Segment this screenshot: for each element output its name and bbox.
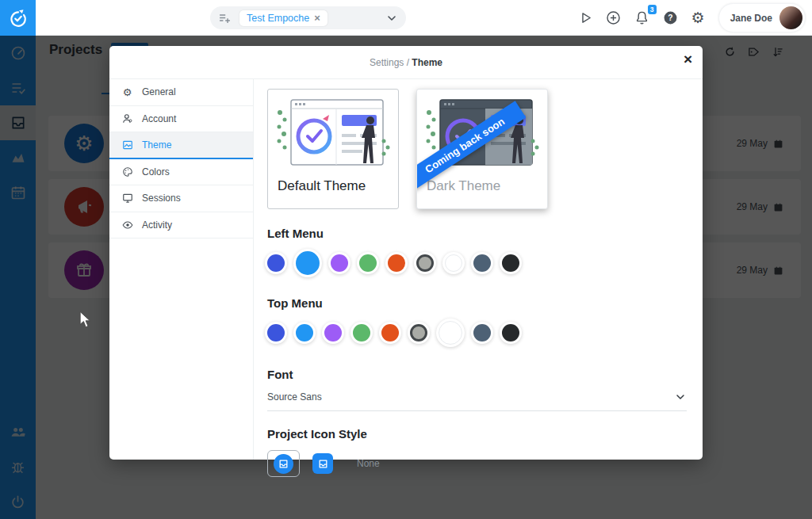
stopwatch-logo-icon bbox=[8, 8, 29, 29]
tray-icon bbox=[318, 459, 328, 469]
nav-item-general[interactable]: ⚙ General bbox=[109, 79, 253, 106]
color-swatch-selected[interactable] bbox=[439, 321, 462, 345]
font-heading: Font bbox=[267, 368, 687, 381]
default-theme-illustration bbox=[268, 90, 398, 172]
chip-close-icon[interactable]: × bbox=[314, 13, 320, 23]
notifications-button[interactable]: 3 bbox=[634, 10, 649, 25]
chevron-down-icon bbox=[674, 391, 687, 403]
nav-item-account[interactable]: Account bbox=[109, 106, 253, 133]
help-button[interactable]: ? bbox=[663, 10, 678, 25]
color-swatch[interactable] bbox=[353, 324, 370, 342]
color-swatch[interactable] bbox=[502, 324, 519, 342]
left-menu-heading: Left Menu bbox=[267, 227, 687, 240]
topbar-actions: 3 ? ⚙ Jane Doe bbox=[579, 0, 806, 36]
monitor-icon bbox=[121, 193, 133, 204]
font-select[interactable]: Source Sans bbox=[267, 391, 687, 411]
color-swatch[interactable] bbox=[381, 324, 399, 342]
top-menu-swatches bbox=[267, 320, 687, 345]
svg-text:?: ? bbox=[668, 13, 672, 22]
color-swatch-selected[interactable] bbox=[296, 251, 320, 275]
workspace-chip[interactable]: Test Empoche × bbox=[239, 10, 327, 26]
color-swatch[interactable] bbox=[267, 254, 285, 272]
user-name: Jane Doe bbox=[730, 13, 772, 24]
add-to-list-icon bbox=[218, 11, 232, 25]
color-swatch[interactable] bbox=[416, 254, 434, 272]
chevron-down-icon[interactable] bbox=[385, 12, 398, 25]
color-swatch[interactable] bbox=[324, 324, 342, 342]
palette-icon bbox=[121, 166, 133, 177]
breadcrumb: Settings / Theme bbox=[370, 57, 442, 68]
color-swatch[interactable] bbox=[473, 324, 491, 342]
color-swatch[interactable] bbox=[267, 324, 285, 342]
icon-style-square-option[interactable] bbox=[312, 453, 333, 474]
theme-card-dark[interactable]: Coming back soon Dark Theme bbox=[416, 89, 548, 209]
theme-settings-content: Default Theme bbox=[254, 79, 703, 460]
nav-item-activity[interactable]: Activity bbox=[109, 212, 253, 239]
top-menu-heading: Top Menu bbox=[267, 296, 687, 310]
color-swatch[interactable] bbox=[388, 254, 405, 272]
workspace-chip-label: Test Empoche bbox=[247, 13, 309, 24]
avatar bbox=[779, 6, 802, 29]
color-swatch[interactable] bbox=[445, 254, 462, 272]
theme-card-label: Dark Theme bbox=[417, 172, 547, 200]
workspace-switcher[interactable]: Test Empoche × bbox=[210, 6, 406, 29]
user-menu[interactable]: Jane Doe bbox=[718, 3, 806, 32]
project-icon-style-options: None bbox=[267, 450, 687, 477]
theme-icon bbox=[121, 139, 133, 151]
nav-item-theme[interactable]: Theme bbox=[109, 132, 253, 159]
workarea: Projects ⚙ E 29 May bbox=[0, 36, 812, 519]
project-icon-style-heading: Project Icon Style bbox=[267, 427, 687, 441]
theme-card-default[interactable]: Default Theme bbox=[267, 89, 399, 209]
tray-icon bbox=[274, 454, 293, 474]
settings-nav: ⚙ General Account Theme Colors Ses bbox=[109, 79, 254, 460]
eye-icon bbox=[121, 219, 133, 231]
nav-item-colors[interactable]: Colors bbox=[109, 159, 253, 186]
account-icon bbox=[121, 113, 133, 124]
close-icon[interactable]: × bbox=[684, 52, 692, 67]
settings-modal: Settings / Theme × ⚙ General Account The… bbox=[109, 46, 703, 460]
icon-style-circle-option[interactable] bbox=[267, 450, 300, 477]
color-swatch[interactable] bbox=[410, 324, 427, 342]
theme-card-label: Default Theme bbox=[268, 172, 398, 200]
left-menu-swatches bbox=[267, 250, 687, 276]
color-swatch[interactable] bbox=[473, 254, 491, 272]
gear-icon: ⚙ bbox=[121, 87, 133, 97]
modal-header: Settings / Theme × bbox=[109, 46, 703, 79]
color-swatch[interactable] bbox=[359, 254, 377, 272]
play-button[interactable] bbox=[579, 11, 592, 25]
nav-item-sessions[interactable]: Sessions bbox=[109, 185, 253, 212]
topbar: Test Empoche × 3 ? ⚙ Jane Doe bbox=[0, 0, 812, 36]
app-logo[interactable] bbox=[0, 0, 36, 36]
color-swatch[interactable] bbox=[296, 324, 313, 342]
mouse-cursor bbox=[79, 311, 91, 328]
icon-style-none-option[interactable]: None bbox=[357, 458, 380, 469]
settings-button[interactable]: ⚙ bbox=[691, 10, 705, 25]
color-swatch[interactable] bbox=[502, 254, 519, 272]
add-button[interactable] bbox=[606, 10, 621, 25]
color-swatch[interactable] bbox=[331, 254, 348, 272]
font-select-value: Source Sans bbox=[267, 391, 322, 403]
notification-badge: 3 bbox=[648, 5, 657, 14]
